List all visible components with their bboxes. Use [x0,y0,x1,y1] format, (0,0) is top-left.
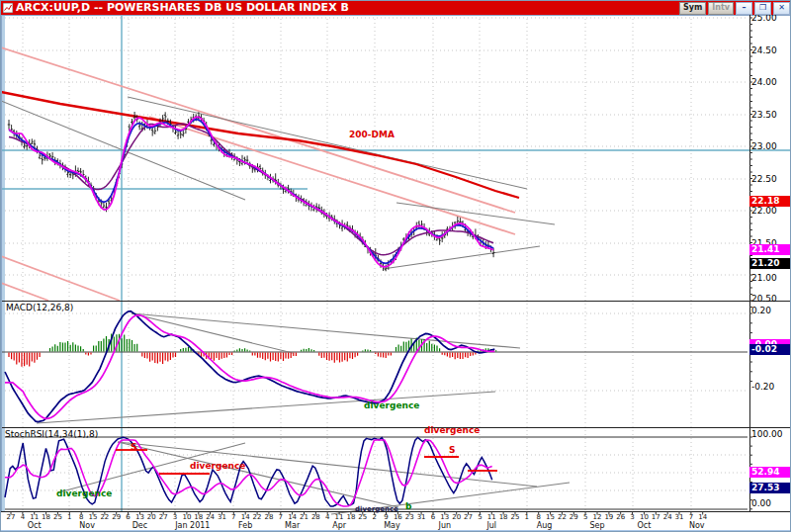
app-window: ARCX:UUP,D -- POWERSHARES DB US DOLLAR I… [0,0,791,532]
window-title: ARCX:UUP,D -- POWERSHARES DB US DOLLAR I… [16,2,349,14]
chart-canvas[interactable] [1,1,791,532]
close-icon[interactable]: ✕ [773,2,790,15]
intv-button[interactable]: Intv [708,2,734,15]
title-bar[interactable]: ARCX:UUP,D -- POWERSHARES DB US DOLLAR I… [1,1,791,15]
maximize-icon[interactable]: ❒ [754,2,771,15]
sym-button[interactable]: Sym [679,2,706,15]
minimize-icon[interactable]: – [736,2,752,15]
app-icon [3,3,13,13]
